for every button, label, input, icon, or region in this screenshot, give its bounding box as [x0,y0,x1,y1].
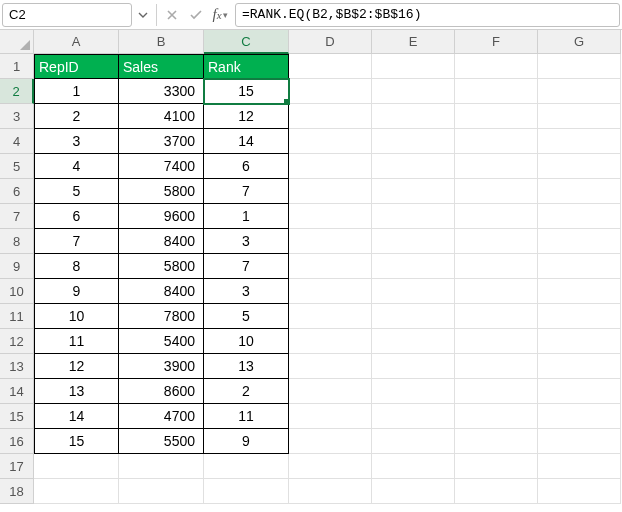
cancel-button[interactable] [161,4,183,26]
cell-E9[interactable] [372,254,455,279]
cell-D8[interactable] [289,229,372,254]
cell-D14[interactable] [289,379,372,404]
cell-A10[interactable]: 9 [34,279,119,304]
cell-B17[interactable] [119,454,204,479]
row-header-16[interactable]: 16 [0,429,34,454]
cell-B4[interactable]: 3700 [119,129,204,154]
cell-B3[interactable]: 4100 [119,104,204,129]
cell-E18[interactable] [372,479,455,504]
cell-B10[interactable]: 8400 [119,279,204,304]
cell-B1[interactable]: Sales [119,54,204,79]
row-header-2[interactable]: 2 [0,79,34,104]
cell-G6[interactable] [538,179,621,204]
column-header-C[interactable]: C [204,30,289,54]
cell-F15[interactable] [455,404,538,429]
column-header-A[interactable]: A [34,30,119,54]
cell-B16[interactable]: 5500 [119,429,204,454]
cell-F2[interactable] [455,79,538,104]
cell-A5[interactable]: 4 [34,154,119,179]
cell-F4[interactable] [455,129,538,154]
cell-E6[interactable] [372,179,455,204]
accept-button[interactable] [185,4,207,26]
cell-C15[interactable]: 11 [204,404,289,429]
cell-C3[interactable]: 12 [204,104,289,129]
cell-E13[interactable] [372,354,455,379]
cell-F3[interactable] [455,104,538,129]
cell-F5[interactable] [455,154,538,179]
cell-D4[interactable] [289,129,372,154]
cell-D16[interactable] [289,429,372,454]
cell-G3[interactable] [538,104,621,129]
cell-F1[interactable] [455,54,538,79]
cell-D7[interactable] [289,204,372,229]
cell-E15[interactable] [372,404,455,429]
column-header-E[interactable]: E [372,30,455,54]
column-header-D[interactable]: D [289,30,372,54]
cell-C13[interactable]: 13 [204,354,289,379]
cell-E10[interactable] [372,279,455,304]
cell-F6[interactable] [455,179,538,204]
cell-G8[interactable] [538,229,621,254]
cell-A11[interactable]: 10 [34,304,119,329]
cell-C6[interactable]: 7 [204,179,289,204]
cell-F10[interactable] [455,279,538,304]
cell-A14[interactable]: 13 [34,379,119,404]
cell-E3[interactable] [372,104,455,129]
cell-A16[interactable]: 15 [34,429,119,454]
cell-E14[interactable] [372,379,455,404]
cell-F11[interactable] [455,304,538,329]
cell-F8[interactable] [455,229,538,254]
cell-F7[interactable] [455,204,538,229]
cell-D15[interactable] [289,404,372,429]
cell-A13[interactable]: 12 [34,354,119,379]
cell-C11[interactable]: 5 [204,304,289,329]
row-header-10[interactable]: 10 [0,279,34,304]
cell-D11[interactable] [289,304,372,329]
cell-B5[interactable]: 7400 [119,154,204,179]
cell-A2[interactable]: 1 [34,79,119,104]
row-header-3[interactable]: 3 [0,104,34,129]
row-header-7[interactable]: 7 [0,204,34,229]
cell-D3[interactable] [289,104,372,129]
cell-D2[interactable] [289,79,372,104]
cell-G5[interactable] [538,154,621,179]
insert-function-button[interactable]: fx▾ [209,4,231,26]
row-header-6[interactable]: 6 [0,179,34,204]
row-header-13[interactable]: 13 [0,354,34,379]
row-header-18[interactable]: 18 [0,479,34,504]
cell-C14[interactable]: 2 [204,379,289,404]
cell-G11[interactable] [538,304,621,329]
row-header-9[interactable]: 9 [0,254,34,279]
cell-F13[interactable] [455,354,538,379]
cell-B2[interactable]: 3300 [119,79,204,104]
cell-E11[interactable] [372,304,455,329]
cell-B11[interactable]: 7800 [119,304,204,329]
cell-C9[interactable]: 7 [204,254,289,279]
cell-C4[interactable]: 14 [204,129,289,154]
cell-A3[interactable]: 2 [34,104,119,129]
cell-C1[interactable]: Rank [204,54,289,79]
row-header-11[interactable]: 11 [0,304,34,329]
row-header-15[interactable]: 15 [0,404,34,429]
cell-C18[interactable] [204,479,289,504]
row-header-14[interactable]: 14 [0,379,34,404]
cell-E1[interactable] [372,54,455,79]
name-box[interactable]: C2 [2,3,132,27]
row-header-8[interactable]: 8 [0,229,34,254]
cell-D10[interactable] [289,279,372,304]
cell-E7[interactable] [372,204,455,229]
cell-G10[interactable] [538,279,621,304]
cell-B6[interactable]: 5800 [119,179,204,204]
cell-F14[interactable] [455,379,538,404]
row-header-17[interactable]: 17 [0,454,34,479]
select-all-corner[interactable] [0,30,34,54]
cell-C10[interactable]: 3 [204,279,289,304]
cell-C8[interactable]: 3 [204,229,289,254]
cell-G9[interactable] [538,254,621,279]
cell-A8[interactable]: 7 [34,229,119,254]
cell-G16[interactable] [538,429,621,454]
cell-E17[interactable] [372,454,455,479]
name-box-dropdown[interactable] [134,4,152,26]
cell-C12[interactable]: 10 [204,329,289,354]
cell-B8[interactable]: 8400 [119,229,204,254]
